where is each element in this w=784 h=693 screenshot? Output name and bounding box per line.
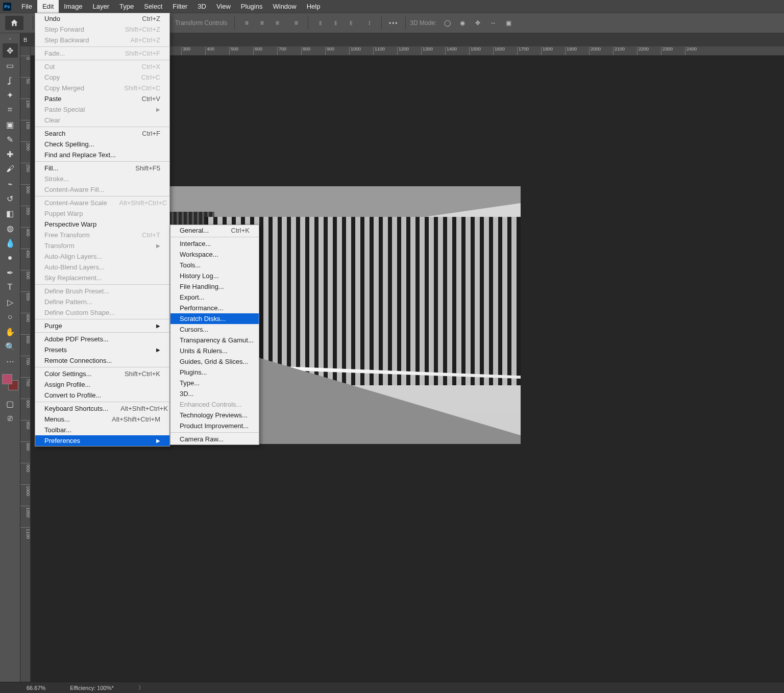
edit-menu-item-adobe-pdf-presets[interactable]: Adobe PDF Presets... bbox=[35, 334, 169, 344]
type-tool[interactable]: T bbox=[3, 280, 18, 294]
edit-menu-item-puppet-warp[interactable]: Puppet Warp bbox=[35, 208, 169, 219]
pref-menu-item-units-rulers[interactable]: Units & Rulers... bbox=[170, 345, 259, 356]
edit-menu-item-free-transform[interactable]: Free TransformCtrl+T bbox=[35, 230, 169, 240]
menu-type[interactable]: Type bbox=[114, 0, 139, 13]
zoom-level[interactable]: 66.67% bbox=[27, 685, 45, 691]
edit-menu-item-remote-connections[interactable]: Remote Connections... bbox=[35, 355, 169, 366]
frame-tool[interactable]: ▣ bbox=[3, 117, 18, 132]
vertical-ruler[interactable]: 0501001502002503003504004505005506006507… bbox=[20, 46, 31, 682]
pref-menu-item-interface[interactable]: Interface... bbox=[170, 238, 259, 249]
distribute-top-icon[interactable]: ⫴ bbox=[314, 17, 326, 29]
edit-menu-item-check-spelling[interactable]: Check Spelling... bbox=[35, 139, 169, 150]
menu-select[interactable]: Select bbox=[139, 0, 167, 13]
edit-menu-item-copy-merged[interactable]: Copy MergedShift+Ctrl+C bbox=[35, 83, 169, 93]
pen-tool[interactable]: ✒ bbox=[3, 265, 18, 280]
align-left-icon[interactable]: ≡ bbox=[240, 17, 253, 29]
brush-tool[interactable]: 🖌 bbox=[3, 162, 18, 176]
eyedropper-tool[interactable]: ✎ bbox=[3, 132, 18, 146]
edit-menu-item-auto-align-layers[interactable]: Auto-Align Layers... bbox=[35, 251, 169, 262]
align-justify-icon[interactable]: ≡ bbox=[290, 17, 302, 29]
pref-menu-item-transparency-gamut[interactable]: Transparency & Gamut... bbox=[170, 335, 259, 345]
pref-menu-item-type[interactable]: Type... bbox=[170, 378, 259, 388]
rect-marquee-tool[interactable]: ▭ bbox=[3, 58, 18, 72]
move-tool[interactable]: ✥ bbox=[3, 43, 18, 58]
foreground-color-swatch[interactable] bbox=[2, 374, 12, 384]
pref-menu-item-guides-grid-slices[interactable]: Guides, Grid & Slices... bbox=[170, 356, 259, 367]
crop-tool[interactable]: ⌗ bbox=[3, 103, 18, 117]
lasso-tool[interactable]: ʆ bbox=[3, 73, 18, 87]
menu-file[interactable]: File bbox=[16, 0, 37, 13]
clone-tool[interactable]: ⌁ bbox=[3, 177, 18, 191]
pref-menu-item-technology-previews[interactable]: Technology Previews... bbox=[170, 410, 259, 420]
edit-menu-item-copy[interactable]: CopyCtrl+C bbox=[35, 72, 169, 83]
menu-window[interactable]: Window bbox=[267, 0, 301, 13]
menu-help[interactable]: Help bbox=[302, 0, 326, 13]
edit-menu-item-transform[interactable]: Transform▶ bbox=[35, 240, 169, 251]
distribute-spacing-icon[interactable]: ⫶ bbox=[363, 17, 376, 29]
menu-plugins[interactable]: Plugins bbox=[236, 0, 268, 13]
3d-roll-icon[interactable]: ◉ bbox=[456, 17, 469, 29]
edit-menu-item-content-aware-scale[interactable]: Content-Aware ScaleAlt+Shift+Ctrl+C bbox=[35, 197, 169, 208]
magic-wand-tool[interactable]: ✦ bbox=[3, 88, 18, 102]
color-swatch[interactable] bbox=[2, 374, 18, 390]
pref-menu-item-product-improvement[interactable]: Product Improvement... bbox=[170, 420, 259, 431]
menu-edit[interactable]: Edit bbox=[37, 0, 59, 13]
pref-menu-item-file-handling[interactable]: File Handling... bbox=[170, 281, 259, 292]
edit-menu-item-step-backward[interactable]: Step BackwardAlt+Ctrl+Z bbox=[35, 35, 169, 45]
align-right-icon[interactable]: ≡ bbox=[271, 17, 283, 29]
healing-tool[interactable]: ✚ bbox=[3, 147, 18, 161]
edit-menu-item-find-and-replace-text[interactable]: Find and Replace Text... bbox=[35, 150, 169, 160]
edit-menu-item-presets[interactable]: Presets▶ bbox=[35, 344, 169, 355]
blur-tool[interactable]: 💧 bbox=[3, 236, 18, 250]
shape-tool[interactable]: ○ bbox=[3, 310, 18, 324]
pref-menu-item-cursors[interactable]: Cursors... bbox=[170, 324, 259, 335]
more-tool[interactable]: ⋯ bbox=[3, 354, 18, 368]
edit-menu-item-step-forward[interactable]: Step ForwardShift+Ctrl+Z bbox=[35, 24, 169, 35]
screen-mode-icon[interactable]: ⎚ bbox=[3, 411, 18, 426]
edit-menu-item-assign-profile[interactable]: Assign Profile... bbox=[35, 379, 169, 390]
edit-menu-item-sky-replacement[interactable]: Sky Replacement... bbox=[35, 273, 169, 283]
edit-menu-item-paste[interactable]: PasteCtrl+V bbox=[35, 93, 169, 104]
edit-menu-item-search[interactable]: SearchCtrl+F bbox=[35, 128, 169, 139]
pref-menu-item-scratch-disks[interactable]: Scratch Disks... bbox=[170, 313, 259, 324]
edit-menu-item-perspective-warp[interactable]: Perspective Warp bbox=[35, 219, 169, 230]
pref-menu-item-plugins[interactable]: Plugins... bbox=[170, 367, 259, 378]
status-caret-icon[interactable]: 〉 bbox=[138, 684, 144, 691]
edit-menu-item-content-aware-fill[interactable]: Content-Aware Fill... bbox=[35, 184, 169, 195]
edit-menu-item-undo[interactable]: UndoCtrl+Z bbox=[35, 13, 169, 24]
edit-menu-item-paste-special[interactable]: Paste Special▶ bbox=[35, 104, 169, 115]
edit-menu-item-keyboard-shortcuts[interactable]: Keyboard Shortcuts...Alt+Shift+Ctrl+K bbox=[35, 403, 169, 414]
pref-menu-item-tools[interactable]: Tools... bbox=[170, 260, 259, 270]
edit-menu-item-define-brush-preset[interactable]: Define Brush Preset... bbox=[35, 286, 169, 296]
edit-menu-item-auto-blend-layers[interactable]: Auto-Blend Layers... bbox=[35, 262, 169, 273]
menu-filter[interactable]: Filter bbox=[167, 0, 192, 13]
menu-layer[interactable]: Layer bbox=[88, 0, 115, 13]
menu-3d[interactable]: 3D bbox=[192, 0, 211, 13]
quick-mask-icon[interactable]: ▢ bbox=[3, 397, 18, 411]
edit-menu-item-toolbar[interactable]: Toolbar... bbox=[35, 425, 169, 435]
distribute-middle-icon[interactable]: ⫴ bbox=[329, 17, 341, 29]
pref-menu-item-performance[interactable]: Performance... bbox=[170, 303, 259, 313]
edit-menu-item-preferences[interactable]: Preferences▶ bbox=[35, 435, 169, 446]
pref-menu-item-enhanced-controls[interactable]: Enhanced Controls... bbox=[170, 399, 259, 410]
menu-view[interactable]: View bbox=[211, 0, 236, 13]
document-tab[interactable]: B bbox=[23, 37, 27, 43]
path-select-tool[interactable]: ▷ bbox=[3, 295, 18, 309]
pref-menu-item-export[interactable]: Export... bbox=[170, 292, 259, 303]
edit-menu-item-clear[interactable]: Clear bbox=[35, 115, 169, 126]
menu-image[interactable]: Image bbox=[59, 0, 87, 13]
align-center-icon[interactable]: ≡ bbox=[256, 17, 268, 29]
paint-bucket-tool[interactable]: ◍ bbox=[3, 221, 18, 235]
edit-menu-item-stroke[interactable]: Stroke... bbox=[35, 174, 169, 184]
distribute-bottom-icon[interactable]: ⫴ bbox=[345, 17, 357, 29]
eraser-tool[interactable]: ◧ bbox=[3, 206, 18, 220]
pref-menu-item-general[interactable]: General...Ctrl+K bbox=[170, 225, 259, 236]
edit-menu-item-menus[interactable]: Menus...Alt+Shift+Ctrl+M bbox=[35, 414, 169, 425]
edit-menu-item-convert-to-profile[interactable]: Convert to Profile... bbox=[35, 390, 169, 401]
history-brush-tool[interactable]: ↺ bbox=[3, 191, 18, 206]
dodge-tool[interactable]: ● bbox=[3, 251, 18, 265]
3d-pan-icon[interactable]: ✥ bbox=[472, 17, 484, 29]
edit-menu-item-cut[interactable]: CutCtrl+X bbox=[35, 61, 169, 72]
edit-menu-item-purge[interactable]: Purge▶ bbox=[35, 320, 169, 331]
3d-orbit-icon[interactable]: ◯ bbox=[441, 17, 453, 29]
